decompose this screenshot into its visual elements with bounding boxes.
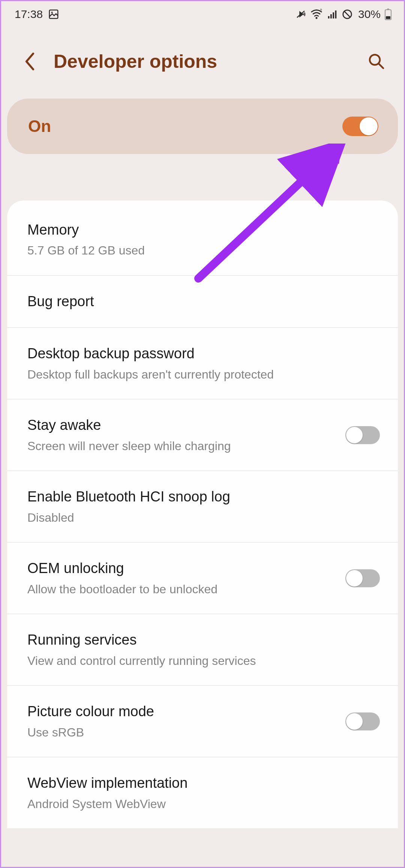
setting-subtitle: View and control currently running servi… bbox=[27, 653, 380, 669]
svg-line-14 bbox=[379, 64, 383, 68]
svg-rect-5 bbox=[330, 14, 332, 18]
page-title: Developer options bbox=[54, 51, 366, 72]
battery-text: 30% bbox=[358, 8, 381, 21]
setting-picture-colour-mode[interactable]: Picture colour mode Use sRGB bbox=[7, 686, 398, 757]
setting-oem-unlocking[interactable]: OEM unlocking Allow the bootloader to be… bbox=[7, 543, 398, 614]
picture-colour-mode-toggle[interactable] bbox=[345, 712, 380, 730]
setting-title: WebView implementation bbox=[27, 774, 380, 792]
svg-rect-11 bbox=[387, 9, 389, 10]
oem-unlocking-toggle[interactable] bbox=[345, 569, 380, 587]
setting-subtitle: Disabled bbox=[27, 510, 380, 526]
setting-title: Stay awake bbox=[27, 416, 345, 434]
status-bar: 17:38 6 30% bbox=[1, 1, 404, 26]
setting-subtitle: 5.7 GB of 12 GB used bbox=[27, 243, 380, 259]
setting-subtitle: Allow the bootloader to be unlocked bbox=[27, 582, 345, 597]
setting-subtitle: Screen will never sleep while charging bbox=[27, 438, 345, 454]
setting-memory[interactable]: Memory 5.7 GB of 12 GB used bbox=[7, 204, 398, 276]
setting-subtitle: Android System WebView bbox=[27, 796, 380, 812]
master-toggle-label: On bbox=[28, 117, 51, 136]
master-toggle-row[interactable]: On bbox=[7, 99, 398, 154]
setting-webview-implementation[interactable]: WebView implementation Android System We… bbox=[7, 757, 398, 828]
header: Developer options bbox=[1, 26, 404, 99]
gallery-icon bbox=[48, 9, 59, 20]
setting-bug-report[interactable]: Bug report bbox=[7, 276, 398, 328]
vibrate-icon bbox=[295, 9, 306, 20]
battery-icon bbox=[384, 8, 392, 20]
stay-awake-toggle[interactable] bbox=[345, 426, 380, 444]
setting-bluetooth-hci-log[interactable]: Enable Bluetooth HCI snoop log Disabled bbox=[7, 471, 398, 543]
dnd-icon bbox=[342, 9, 353, 20]
setting-desktop-backup-password[interactable]: Desktop backup password Desktop full bac… bbox=[7, 328, 398, 400]
setting-title: Memory bbox=[27, 221, 380, 239]
settings-panel: Memory 5.7 GB of 12 GB used Bug report D… bbox=[7, 201, 398, 828]
setting-title: OEM unlocking bbox=[27, 559, 345, 578]
setting-stay-awake[interactable]: Stay awake Screen will never sleep while… bbox=[7, 400, 398, 471]
svg-point-1 bbox=[51, 12, 53, 13]
setting-title: Running services bbox=[27, 631, 380, 649]
setting-title: Desktop backup password bbox=[27, 344, 380, 363]
setting-title: Enable Bluetooth HCI snoop log bbox=[27, 488, 380, 506]
back-button[interactable] bbox=[22, 53, 39, 70]
svg-rect-4 bbox=[328, 16, 330, 18]
svg-rect-6 bbox=[333, 12, 334, 18]
search-button[interactable] bbox=[366, 51, 387, 72]
master-toggle-switch[interactable] bbox=[342, 117, 378, 136]
status-time: 17:38 bbox=[15, 8, 43, 21]
wifi-icon: 6 bbox=[310, 9, 323, 20]
signal-icon bbox=[327, 9, 338, 20]
setting-running-services[interactable]: Running services View and control curren… bbox=[7, 614, 398, 686]
setting-subtitle: Use sRGB bbox=[27, 725, 345, 741]
svg-line-9 bbox=[344, 12, 350, 17]
svg-rect-12 bbox=[386, 16, 390, 19]
svg-rect-7 bbox=[335, 10, 336, 18]
svg-text:6: 6 bbox=[320, 9, 322, 11]
setting-title: Bug report bbox=[27, 292, 380, 311]
setting-subtitle: Desktop full backups aren't currently pr… bbox=[27, 367, 380, 383]
svg-point-2 bbox=[315, 17, 317, 19]
setting-title: Picture colour mode bbox=[27, 702, 345, 721]
